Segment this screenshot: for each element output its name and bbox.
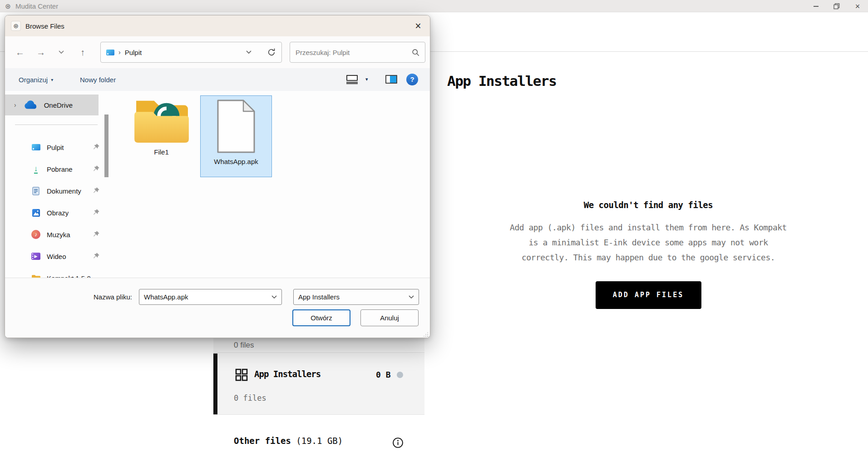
description-line: Add app (.apk) files and install them fr…	[460, 220, 837, 235]
filename-label: Nazwa pliku:	[73, 293, 132, 301]
pin-icon[interactable]	[92, 230, 100, 238]
sidebar-item-onedrive[interactable]: › OneDrive	[5, 95, 99, 115]
recent-locations-button[interactable]	[56, 36, 67, 68]
refresh-icon[interactable]	[267, 48, 276, 57]
sidebar-separator	[15, 124, 98, 125]
search-icon	[412, 49, 419, 56]
close-icon: ×	[415, 20, 421, 32]
screen: ⊛ Mudita Center × 0 files	[0, 0, 868, 453]
sidebar-item-obrazy[interactable]: Obrazy	[5, 202, 107, 224]
up-icon: ↑	[80, 47, 85, 58]
dialog-close-button[interactable]: ×	[409, 17, 427, 35]
file-tile-folder[interactable]: File1	[126, 95, 197, 177]
status-dot	[397, 372, 403, 378]
empty-state: We couldn't find any files Add app (.apk…	[460, 200, 837, 309]
minimize-icon	[814, 6, 819, 7]
restore-button[interactable]	[826, 0, 847, 12]
back-icon: ←	[15, 47, 25, 58]
file-tile-selected[interactable]: WhatsApp.apk	[200, 95, 272, 177]
dialog-content: › OneDrive Pulpit	[5, 91, 430, 278]
chevron-down-icon	[246, 50, 252, 54]
cancel-button[interactable]: Anuluj	[360, 309, 419, 326]
pin-icon[interactable]	[92, 209, 100, 216]
chevron-down-icon	[59, 50, 64, 54]
storage-row-partial[interactable]: 0 files	[213, 337, 424, 353]
help-icon: ?	[410, 75, 414, 83]
add-app-files-button[interactable]: ADD APP FILES	[596, 281, 701, 309]
description-line: correctly. This may happen due to the go…	[460, 250, 837, 265]
empty-state-title: We couldn't find any files	[460, 200, 837, 210]
preview-pane-button[interactable]	[385, 75, 397, 84]
document-icon	[215, 99, 257, 154]
storage-row-app-installers[interactable]: App Installers 0 B 0 files	[213, 353, 424, 415]
expand-chevron-icon[interactable]: ›	[14, 101, 16, 109]
sidebar-item-muzyka[interactable]: ♪ Muzyka	[5, 224, 107, 245]
chevron-down-icon	[409, 295, 414, 299]
open-button[interactable]: Otwórz	[292, 309, 350, 326]
thumbnail-view-icon	[346, 75, 358, 81]
forward-button[interactable]: →	[34, 36, 48, 68]
view-mode-dropdown[interactable]: ▾	[365, 76, 368, 82]
pictures-icon	[31, 208, 40, 217]
filetype-combobox[interactable]: App Installers	[293, 289, 419, 305]
search-input[interactable]: Przeszukaj: Pulpit	[290, 42, 425, 63]
mudita-logo-icon: ⊛	[11, 21, 21, 31]
sidebar-item-wideo[interactable]: ▶ Wideo	[5, 245, 107, 267]
mudita-logo-icon: ⊛	[4, 2, 12, 10]
file-name: File1	[154, 148, 169, 156]
filename-combobox[interactable]: WhatsApp.apk	[139, 289, 282, 305]
category-label: App Installers	[254, 369, 321, 379]
pin-icon[interactable]	[92, 165, 100, 173]
empty-state-description: Add app (.apk) files and install them fr…	[460, 220, 837, 265]
category-size: 0 B	[376, 370, 391, 379]
dialog-sidebar: › OneDrive Pulpit	[5, 91, 110, 278]
address-dropdown-button[interactable]	[246, 50, 252, 54]
organize-label: Organizuj	[19, 76, 48, 84]
resize-grip[interactable]	[423, 331, 429, 337]
sidebar-item-label: Dokumenty	[47, 187, 81, 195]
sidebar-scrollbar-thumb[interactable]	[104, 114, 108, 177]
sidebar-item-dokumenty[interactable]: Dokumenty	[5, 180, 107, 202]
other-files-text: Other files (19.1 GB)	[234, 436, 343, 446]
info-icon[interactable]	[392, 437, 404, 448]
new-folder-label: Nowy folder	[80, 76, 116, 84]
forward-icon: →	[36, 47, 45, 58]
sidebar-item-pobrane[interactable]: ↓ Pobrane	[5, 158, 107, 180]
app-installers-grid-icon	[235, 368, 248, 381]
minimize-button[interactable]	[805, 0, 826, 12]
close-button[interactable]: ×	[847, 0, 868, 12]
folder-icon	[31, 274, 40, 278]
pin-icon[interactable]	[92, 252, 100, 260]
pin-icon[interactable]	[92, 187, 100, 194]
pin-icon[interactable]	[92, 143, 100, 151]
search-placeholder: Przeszukaj: Pulpit	[296, 49, 412, 56]
view-mode-button[interactable]	[346, 75, 358, 84]
desktop-icon	[31, 143, 40, 152]
new-folder-button[interactable]: Nowy folder	[80, 68, 116, 91]
organize-menu-button[interactable]: Organizuj ▾	[19, 68, 53, 91]
sidebar-item-label: Kompakt 1.5.0	[47, 274, 91, 278]
folder-icon	[133, 95, 191, 144]
up-button[interactable]: ↑	[76, 36, 89, 68]
sidebar-item-pulpit[interactable]: Pulpit	[5, 136, 107, 158]
chevron-down-icon	[271, 295, 277, 299]
storage-row-other-files[interactable]: Other files (19.1 GB)	[213, 425, 424, 453]
dialog-title: Browse Files	[25, 22, 64, 30]
address-bar[interactable]: › Pulpit	[100, 42, 282, 63]
onedrive-cloud-icon	[24, 100, 38, 110]
other-files-label: Other files	[234, 436, 291, 446]
browse-files-dialog: ⊛ Browse Files × ← → ↑ › Pulpit	[5, 15, 430, 338]
breadcrumb-separator-icon: ›	[118, 49, 121, 56]
back-button[interactable]: ←	[13, 36, 27, 68]
sidebar-item-label: Pulpit	[47, 144, 64, 151]
filename-value: WhatsApp.apk	[144, 293, 271, 301]
sidebar-item-label: Muzyka	[47, 231, 70, 239]
other-files-size: (19.1 GB)	[296, 436, 343, 446]
active-indicator-bar	[213, 353, 217, 414]
window-controls: ×	[805, 0, 868, 12]
caret-down-icon: ▾	[51, 77, 53, 82]
sidebar-item-label: Pobrane	[47, 165, 73, 173]
help-button[interactable]: ?	[406, 74, 418, 85]
sidebar-item-kompakt[interactable]: Kompakt 1.5.0	[5, 267, 107, 278]
breadcrumb-location[interactable]: Pulpit	[125, 49, 142, 56]
